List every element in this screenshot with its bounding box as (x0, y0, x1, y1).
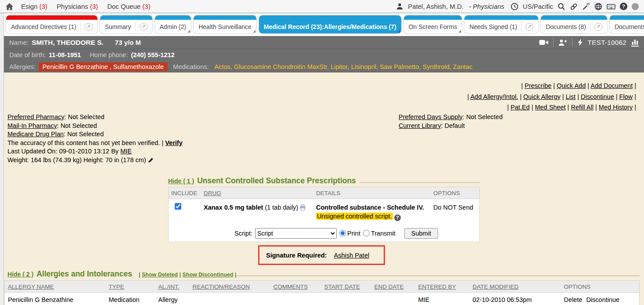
popout-icon[interactable]: ↗ (140, 23, 148, 31)
entered-by-header[interactable]: ENTERED BY (418, 283, 456, 290)
preferred-pharmacy-link[interactable]: Preferred Pharmacy (7, 113, 66, 120)
tab-documents-d[interactable]: Documents-D (610, 15, 644, 33)
reaction-reason-header[interactable]: REACTION/REASON (193, 283, 250, 290)
refill-all-link[interactable]: Refill All (571, 104, 594, 111)
lightning-bolt-icon[interactable] (577, 39, 583, 46)
tab-admin[interactable]: Admin (2) (155, 15, 191, 33)
drug-name: Xanax 0.5 mg tablet (204, 204, 263, 211)
topbar-link-doc-queue[interactable]: Doc Queue (3) (107, 3, 150, 10)
popout-icon[interactable]: ↗ (85, 23, 93, 31)
script-select[interactable]: Script (255, 228, 337, 239)
pharmacy-info-block: Preferred Pharmacy Not Selected Mail-In … (7, 113, 183, 165)
pat-ed-link[interactable]: Pat.Ed (511, 104, 530, 111)
discontinue-link[interactable]: Discontinue (581, 93, 614, 100)
list-link[interactable]: List (566, 93, 576, 100)
tab-health-surveillance[interactable]: Health Surveillance (194, 15, 256, 33)
popout-icon[interactable]: ↗ (525, 23, 533, 31)
preferred-days-supply-link[interactable]: Preferred Days Supply (399, 113, 464, 120)
drug-header-link[interactable]: DRUG (204, 190, 221, 196)
discontinue-row-link[interactable]: Discontinue (586, 296, 619, 303)
show-deleted-link[interactable]: Show Deleted (142, 272, 178, 278)
keyboard-icon[interactable] (607, 3, 615, 10)
delete-link[interactable]: Delete (564, 296, 583, 303)
help-icon[interactable]: ? (620, 3, 627, 10)
verify-link[interactable]: Verify (165, 139, 183, 146)
comments-header[interactable]: COMMENTS (273, 283, 308, 290)
medication-link[interactable]: Lisinopril (351, 63, 376, 70)
printer-icon[interactable] (299, 204, 306, 211)
bar-chart-icon[interactable] (631, 39, 639, 47)
flow-link[interactable]: Flow (619, 93, 633, 100)
timezone-label[interactable]: US/Pacific (523, 3, 553, 10)
last-updated-by-link[interactable]: MIE (120, 148, 132, 155)
start-date-header[interactable]: START DATE (324, 283, 360, 290)
wand-icon[interactable] (582, 3, 590, 11)
globe-icon[interactable] (594, 3, 602, 11)
show-discontinued-link[interactable]: Show Discontinued (182, 272, 233, 278)
start-date-cell (321, 293, 371, 305)
home-icon[interactable] (5, 3, 14, 11)
medication-link[interactable]: Zantac (453, 63, 472, 70)
add-document-link[interactable]: Add Document (590, 82, 633, 89)
doc-queue-count: (3) (142, 3, 150, 10)
hide-allergies-link[interactable]: Hide ( 2 ) (7, 271, 33, 278)
end-date-header[interactable]: END DATE (374, 283, 404, 290)
medicare-drug-plan-value: Not Selected (67, 131, 104, 138)
tab-summary[interactable]: Summary ↗ (100, 15, 152, 33)
med-sheet-link[interactable]: Med Sheet (535, 104, 565, 111)
medication-link[interactable]: Actos (215, 63, 230, 70)
topbar-link-physicians[interactable]: Physicians (3) (57, 3, 98, 10)
clock-icon[interactable] (511, 3, 518, 11)
link-icon[interactable] (570, 3, 578, 11)
video-camera-icon[interactable] (539, 39, 548, 46)
tab-fold (187, 30, 190, 33)
al-int-cell: Allergy (155, 293, 190, 305)
script-label: Script: (234, 230, 252, 237)
allergy-name-header[interactable]: ALLERGY NAME (8, 283, 54, 290)
signature-provider-link[interactable]: Ashish Patel (334, 252, 370, 259)
type-cell: Medication (106, 293, 155, 305)
tab-medical-record-active[interactable]: Medical Record (23):Allergies/Medication… (259, 15, 401, 33)
quick-allergy-link[interactable]: Quick Allergy (523, 93, 561, 100)
al-int-header[interactable]: AL./INT. (158, 283, 180, 290)
include-checkbox[interactable] (175, 203, 181, 210)
submit-button[interactable]: Submit (404, 228, 438, 239)
allergy-alert-badge[interactable]: Penicillin G Benzathine , Sulfamethoxazo… (39, 62, 168, 71)
add-person-icon[interactable] (558, 39, 567, 46)
patient-dob: 11-08-1951 (49, 51, 81, 58)
medication-link[interactable]: Saw Palmetto (380, 63, 419, 70)
quick-add-link[interactable]: Quick Add (557, 82, 586, 89)
tab-needs-signed[interactable]: Needs Signed (1) ↗ (464, 15, 538, 33)
current-user-name[interactable]: Patel, Ashish, M.D. (408, 3, 464, 10)
tab-on-screen-forms[interactable]: On Screen Forms (404, 15, 462, 33)
current-library-link[interactable]: Current Library (399, 122, 443, 129)
edit-pencil-icon[interactable] (148, 157, 154, 163)
search-icon[interactable] (558, 3, 565, 11)
tab-advanced-directives[interactable]: Advanced Directives (1) ↗ (6, 15, 97, 33)
transmit-radio[interactable] (363, 230, 370, 236)
type-header[interactable]: TYPE (109, 283, 124, 290)
signature-required-label: Signature Required: (266, 252, 327, 259)
name-label: Name: (9, 39, 29, 46)
mail-in-pharmacy-link[interactable]: Mail-In Pharmacy (7, 122, 59, 129)
add-allergy-intol-link[interactable]: Add Allergy/Intol. (470, 93, 518, 100)
unsent-section-title: Unsent Controlled Substance Prescription… (197, 176, 356, 185)
medication-link[interactable]: Lipitor (331, 63, 348, 70)
medication-link[interactable]: Synthroid (422, 63, 449, 70)
patient-allergies-row: Allergies: Penicillin G Benzathine , Sul… (4, 61, 644, 73)
date-modified-header[interactable]: DATE MODIFIED (473, 283, 519, 290)
hide-unsent-link[interactable]: Hide ( 1 ) (168, 178, 194, 185)
prescribe-link[interactable]: Prescribe (525, 82, 551, 89)
topbar-link-esign[interactable]: Esign (3) (21, 3, 47, 10)
popout-icon[interactable]: ↗ (594, 23, 602, 31)
medicare-drug-plan-link[interactable]: Medicare Drug Plan (7, 131, 65, 138)
medication-link[interactable]: Glucosamine Chondroitin MaxStr (234, 63, 327, 70)
details-header: DETAILS (313, 190, 431, 196)
med-history-link[interactable]: Med History (599, 104, 633, 111)
home-phone-label: Home phone: (90, 51, 128, 58)
print-radio[interactable] (339, 230, 346, 236)
help-icon[interactable]: ? (394, 214, 401, 221)
patient-demographics-row: Date of birth: 11-08-1951 Home phone: (2… (4, 49, 644, 61)
left-gutter (0, 13, 4, 305)
tab-documents[interactable]: Documents (8) ↗ (541, 15, 607, 33)
